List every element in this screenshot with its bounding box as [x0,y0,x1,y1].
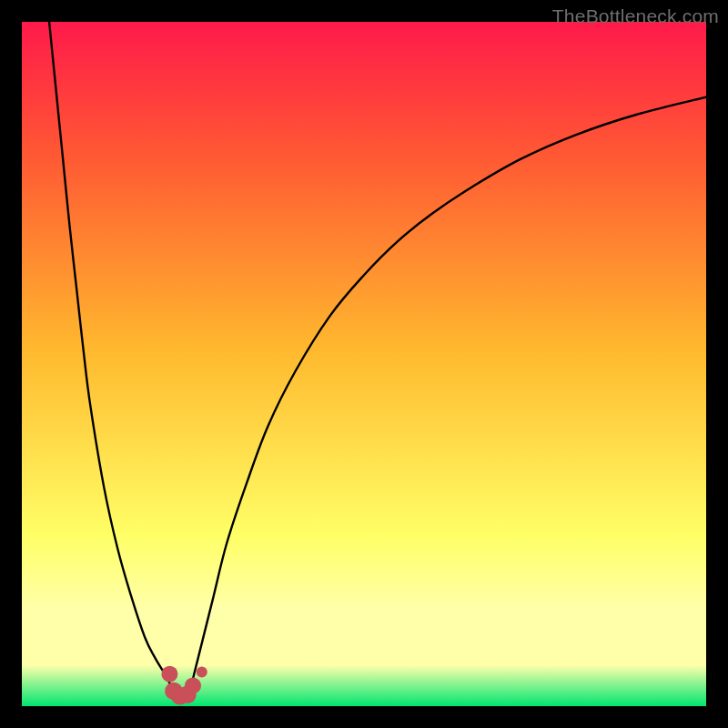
marker-right-bump [185,677,201,693]
attribution-text: TheBottleneck.com [552,5,719,27]
marker-small-dot [197,666,207,677]
plot-area [22,22,706,706]
outer-frame: TheBottleneck.com [0,0,728,728]
chart-canvas [22,22,706,706]
marker-left-bump-top [161,666,177,682]
